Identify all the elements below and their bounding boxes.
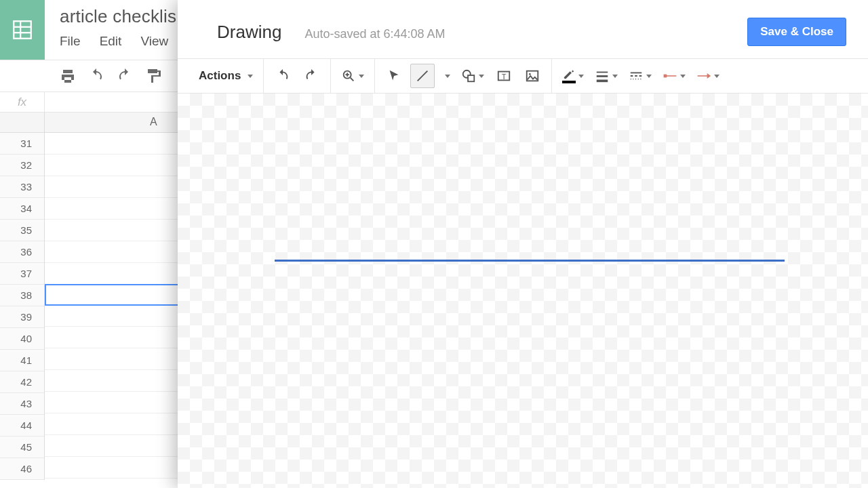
shape-tool[interactable] <box>458 64 488 88</box>
menu-edit[interactable]: Edit <box>100 34 122 49</box>
menu-file[interactable]: File <box>60 34 81 49</box>
svg-text:T: T <box>502 73 507 81</box>
svg-rect-17 <box>597 80 608 83</box>
line-dash-icon <box>629 68 644 83</box>
dialog-header: Drawing Auto-saved at 6:44:08 AM Save & … <box>178 0 868 58</box>
drawing-toolbar: Actions <box>178 58 868 94</box>
svg-line-5 <box>351 78 354 81</box>
grid-corner[interactable] <box>0 113 44 133</box>
line-tool-menu[interactable] <box>439 64 454 88</box>
svg-line-8 <box>418 71 428 81</box>
row-header[interactable]: 45 <box>0 436 44 458</box>
fx-label: fx <box>0 92 45 112</box>
row-header[interactable]: 44 <box>0 415 44 436</box>
svg-rect-16 <box>597 75 608 77</box>
row-header[interactable]: 40 <box>0 328 44 350</box>
dialog-title: Drawing <box>217 22 281 43</box>
svg-rect-15 <box>597 72 608 73</box>
textbox-icon: T <box>496 68 511 83</box>
svg-point-14 <box>529 73 531 75</box>
paint-format-icon[interactable] <box>145 68 161 84</box>
image-icon <box>525 68 540 83</box>
textbox-tool[interactable]: T <box>492 64 516 88</box>
autosave-status: Auto-saved at 6:44:08 AM <box>304 27 445 41</box>
line-end-icon <box>696 68 711 83</box>
sheets-logo[interactable] <box>0 0 45 60</box>
cursor-icon <box>387 68 401 83</box>
shape-icon <box>461 68 476 83</box>
row-header[interactable]: 36 <box>0 241 44 263</box>
zoom-icon <box>341 68 356 83</box>
row-header[interactable]: 41 <box>0 350 44 371</box>
sheets-title-area: article checklis File Edit View <box>45 0 176 49</box>
row-header[interactable]: 46 <box>0 458 44 480</box>
undo-icon <box>275 68 290 83</box>
line-color-button[interactable] <box>559 64 587 88</box>
row-header[interactable]: 34 <box>0 198 44 220</box>
image-tool[interactable] <box>520 64 545 88</box>
menu-view[interactable]: View <box>140 34 168 49</box>
row-header[interactable]: 32 <box>0 155 44 176</box>
row-header[interactable]: 37 <box>0 263 44 285</box>
line-dash-button[interactable] <box>625 64 655 88</box>
save-and-close-button[interactable]: Save & Close <box>747 18 846 46</box>
actions-menu[interactable]: Actions <box>191 64 256 88</box>
redo-button[interactable] <box>299 64 323 88</box>
drawn-line[interactable] <box>275 260 785 262</box>
drawing-canvas[interactable] <box>178 94 868 488</box>
undo-icon[interactable] <box>88 68 104 84</box>
line-end-button[interactable] <box>693 64 723 88</box>
row-header[interactable]: 43 <box>0 393 44 415</box>
svg-rect-22 <box>664 75 667 78</box>
line-icon <box>415 68 430 83</box>
row-header[interactable]: 31 <box>0 133 44 155</box>
select-tool[interactable] <box>382 64 406 88</box>
sheets-icon <box>11 18 34 41</box>
row-header[interactable]: 39 <box>0 306 44 328</box>
redo-icon[interactable] <box>117 68 133 84</box>
doc-title[interactable]: article checklis <box>60 6 176 27</box>
col-header-A[interactable]: A <box>150 116 157 128</box>
line-start-button[interactable] <box>659 64 689 88</box>
svg-rect-10 <box>468 75 474 81</box>
row-header[interactable]: 38 <box>0 285 44 306</box>
row-header[interactable]: 33 <box>0 176 44 198</box>
line-weight-button[interactable] <box>591 64 621 88</box>
pencil-icon <box>562 69 576 83</box>
drawing-dialog: Drawing Auto-saved at 6:44:08 AM Save & … <box>178 0 868 488</box>
print-icon[interactable] <box>60 68 76 84</box>
row-header[interactable]: 42 <box>0 371 44 393</box>
row-header[interactable]: 35 <box>0 220 44 241</box>
menu-bar: File Edit View <box>60 34 176 49</box>
line-tool[interactable] <box>410 64 435 88</box>
undo-button[interactable] <box>271 64 295 88</box>
line-start-icon <box>663 68 677 83</box>
row-headers: 31323334353637383940414243444546 <box>0 113 45 480</box>
line-weight-icon <box>595 68 610 83</box>
redo-icon <box>304 68 319 83</box>
svg-rect-0 <box>14 21 31 39</box>
zoom-button[interactable] <box>338 64 368 88</box>
